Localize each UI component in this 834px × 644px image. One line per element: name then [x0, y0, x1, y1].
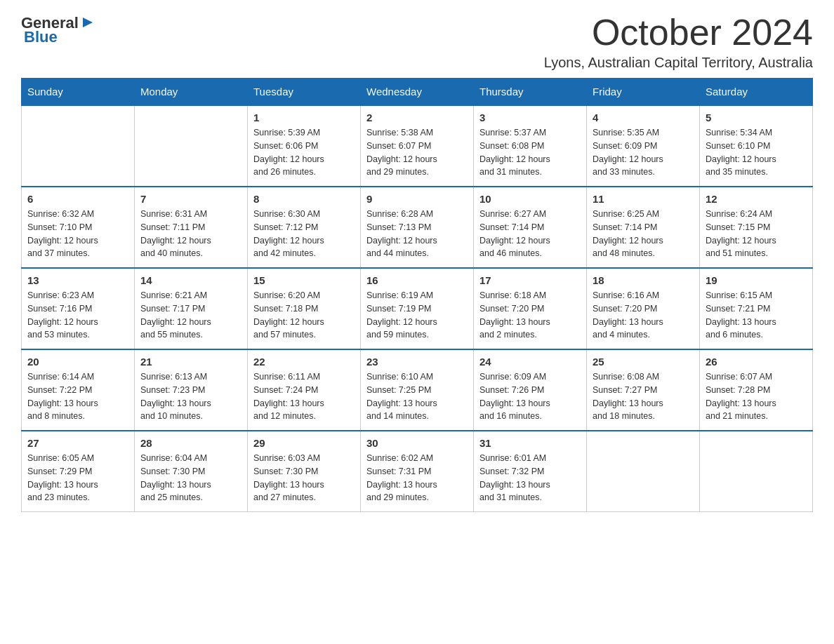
day-info: Sunrise: 6:15 AM Sunset: 7:21 PM Dayligh… [706, 289, 807, 342]
calendar-day-cell: 11Sunrise: 6:25 AM Sunset: 7:14 PM Dayli… [587, 187, 700, 268]
day-number: 12 [706, 193, 807, 205]
calendar-day-cell: 21Sunrise: 6:13 AM Sunset: 7:23 PM Dayli… [135, 349, 248, 431]
calendar-header-cell: Saturday [700, 79, 813, 106]
day-info: Sunrise: 6:30 AM Sunset: 7:12 PM Dayligh… [253, 208, 355, 260]
day-number: 25 [593, 356, 694, 368]
day-info: Sunrise: 6:10 AM Sunset: 7:25 PM Dayligh… [366, 370, 468, 423]
page-title: October 2024 [544, 14, 813, 51]
day-number: 6 [27, 193, 128, 205]
day-info: Sunrise: 6:16 AM Sunset: 7:20 PM Dayligh… [593, 289, 694, 342]
calendar-body: 1Sunrise: 5:39 AM Sunset: 6:06 PM Daylig… [22, 105, 813, 512]
day-info: Sunrise: 6:04 AM Sunset: 7:30 PM Dayligh… [140, 452, 241, 504]
day-number: 30 [366, 437, 468, 449]
calendar-week-row: 13Sunrise: 6:23 AM Sunset: 7:16 PM Dayli… [22, 268, 813, 349]
calendar-day-cell: 22Sunrise: 6:11 AM Sunset: 7:24 PM Dayli… [248, 349, 361, 431]
calendar-header-cell: Wednesday [361, 79, 474, 106]
calendar-day-cell: 18Sunrise: 6:16 AM Sunset: 7:20 PM Dayli… [587, 268, 700, 349]
calendar-day-cell: 31Sunrise: 6:01 AM Sunset: 7:32 PM Dayli… [474, 431, 587, 512]
day-info: Sunrise: 6:13 AM Sunset: 7:23 PM Dayligh… [140, 370, 241, 423]
title-area: October 2024 Lyons, Australian Capital T… [544, 14, 813, 71]
day-number: 15 [253, 274, 355, 286]
day-info: Sunrise: 6:19 AM Sunset: 7:19 PM Dayligh… [366, 289, 468, 342]
calendar-day-cell [135, 105, 248, 187]
day-info: Sunrise: 6:05 AM Sunset: 7:29 PM Dayligh… [27, 452, 128, 504]
day-number: 26 [706, 356, 807, 368]
calendar-week-row: 6Sunrise: 6:32 AM Sunset: 7:10 PM Daylig… [22, 187, 813, 268]
day-number: 22 [253, 356, 355, 368]
day-number: 28 [140, 437, 241, 449]
day-number: 3 [479, 112, 581, 123]
calendar-header-row: SundayMondayTuesdayWednesdayThursdayFrid… [22, 79, 813, 106]
calendar-header-cell: Friday [587, 79, 700, 106]
day-number: 9 [366, 193, 468, 205]
calendar-day-cell: 19Sunrise: 6:15 AM Sunset: 7:21 PM Dayli… [700, 268, 813, 349]
calendar-day-cell: 4Sunrise: 5:35 AM Sunset: 6:09 PM Daylig… [587, 105, 700, 187]
calendar-day-cell: 15Sunrise: 6:20 AM Sunset: 7:18 PM Dayli… [248, 268, 361, 349]
day-number: 14 [140, 274, 241, 286]
calendar-day-cell: 9Sunrise: 6:28 AM Sunset: 7:13 PM Daylig… [361, 187, 474, 268]
day-number: 31 [479, 437, 581, 449]
calendar-header: SundayMondayTuesdayWednesdayThursdayFrid… [22, 79, 813, 106]
day-number: 10 [479, 193, 581, 205]
day-number: 4 [593, 112, 694, 123]
day-info: Sunrise: 5:37 AM Sunset: 6:08 PM Dayligh… [479, 126, 581, 179]
day-info: Sunrise: 6:25 AM Sunset: 7:14 PM Dayligh… [593, 208, 694, 260]
calendar-day-cell: 25Sunrise: 6:08 AM Sunset: 7:27 PM Dayli… [587, 349, 700, 431]
calendar-day-cell [587, 431, 700, 512]
day-info: Sunrise: 6:31 AM Sunset: 7:11 PM Dayligh… [140, 208, 241, 260]
calendar-table: SundayMondayTuesdayWednesdayThursdayFrid… [21, 78, 813, 512]
calendar-day-cell: 28Sunrise: 6:04 AM Sunset: 7:30 PM Dayli… [135, 431, 248, 512]
day-info: Sunrise: 6:02 AM Sunset: 7:31 PM Dayligh… [366, 452, 468, 504]
day-info: Sunrise: 6:27 AM Sunset: 7:14 PM Dayligh… [479, 208, 581, 260]
day-number: 19 [706, 274, 807, 286]
day-number: 18 [593, 274, 694, 286]
calendar-day-cell: 7Sunrise: 6:31 AM Sunset: 7:11 PM Daylig… [135, 187, 248, 268]
calendar-day-cell: 30Sunrise: 6:02 AM Sunset: 7:31 PM Dayli… [361, 431, 474, 512]
day-info: Sunrise: 6:11 AM Sunset: 7:24 PM Dayligh… [253, 370, 355, 423]
calendar-day-cell: 27Sunrise: 6:05 AM Sunset: 7:29 PM Dayli… [22, 431, 135, 512]
day-number: 1 [253, 112, 355, 123]
calendar-day-cell: 24Sunrise: 6:09 AM Sunset: 7:26 PM Dayli… [474, 349, 587, 431]
day-number: 29 [253, 437, 355, 449]
day-info: Sunrise: 6:09 AM Sunset: 7:26 PM Dayligh… [479, 370, 581, 423]
day-info: Sunrise: 6:14 AM Sunset: 7:22 PM Dayligh… [27, 370, 128, 423]
calendar-day-cell: 5Sunrise: 5:34 AM Sunset: 6:10 PM Daylig… [700, 105, 813, 187]
day-info: Sunrise: 6:28 AM Sunset: 7:13 PM Dayligh… [366, 208, 468, 260]
calendar-day-cell [22, 105, 135, 187]
logo-blue-text: Blue [24, 28, 58, 46]
header: General Blue October 2024 Lyons, Austral… [21, 14, 813, 71]
calendar-header-cell: Tuesday [248, 79, 361, 106]
day-info: Sunrise: 6:08 AM Sunset: 7:27 PM Dayligh… [593, 370, 694, 423]
day-info: Sunrise: 6:23 AM Sunset: 7:16 PM Dayligh… [27, 289, 128, 342]
day-number: 24 [479, 356, 581, 368]
day-info: Sunrise: 5:35 AM Sunset: 6:09 PM Dayligh… [593, 126, 694, 179]
day-number: 21 [140, 356, 241, 368]
day-info: Sunrise: 6:03 AM Sunset: 7:30 PM Dayligh… [253, 452, 355, 504]
calendar-day-cell: 16Sunrise: 6:19 AM Sunset: 7:19 PM Dayli… [361, 268, 474, 349]
calendar-day-cell: 8Sunrise: 6:30 AM Sunset: 7:12 PM Daylig… [248, 187, 361, 268]
calendar-day-cell: 20Sunrise: 6:14 AM Sunset: 7:22 PM Dayli… [22, 349, 135, 431]
day-info: Sunrise: 6:07 AM Sunset: 7:28 PM Dayligh… [706, 370, 807, 423]
day-info: Sunrise: 6:24 AM Sunset: 7:15 PM Dayligh… [706, 208, 807, 260]
day-number: 11 [593, 193, 694, 205]
day-info: Sunrise: 6:20 AM Sunset: 7:18 PM Dayligh… [253, 289, 355, 342]
calendar-day-cell: 6Sunrise: 6:32 AM Sunset: 7:10 PM Daylig… [22, 187, 135, 268]
calendar-header-cell: Monday [135, 79, 248, 106]
calendar-header-cell: Sunday [22, 79, 135, 106]
logo: General Blue [21, 14, 95, 46]
day-number: 8 [253, 193, 355, 205]
day-info: Sunrise: 6:32 AM Sunset: 7:10 PM Dayligh… [27, 208, 128, 260]
calendar-day-cell: 3Sunrise: 5:37 AM Sunset: 6:08 PM Daylig… [474, 105, 587, 187]
calendar-day-cell: 14Sunrise: 6:21 AM Sunset: 7:17 PM Dayli… [135, 268, 248, 349]
day-info: Sunrise: 5:38 AM Sunset: 6:07 PM Dayligh… [366, 126, 468, 179]
day-number: 17 [479, 274, 581, 286]
calendar-week-row: 1Sunrise: 5:39 AM Sunset: 6:06 PM Daylig… [22, 105, 813, 187]
logo-triangle-icon [80, 15, 95, 30]
day-number: 23 [366, 356, 468, 368]
day-number: 16 [366, 274, 468, 286]
calendar-day-cell: 1Sunrise: 5:39 AM Sunset: 6:06 PM Daylig… [248, 105, 361, 187]
subtitle: Lyons, Australian Capital Territory, Aus… [544, 55, 813, 71]
calendar-day-cell: 10Sunrise: 6:27 AM Sunset: 7:14 PM Dayli… [474, 187, 587, 268]
day-number: 2 [366, 112, 468, 123]
calendar-day-cell: 26Sunrise: 6:07 AM Sunset: 7:28 PM Dayli… [700, 349, 813, 431]
